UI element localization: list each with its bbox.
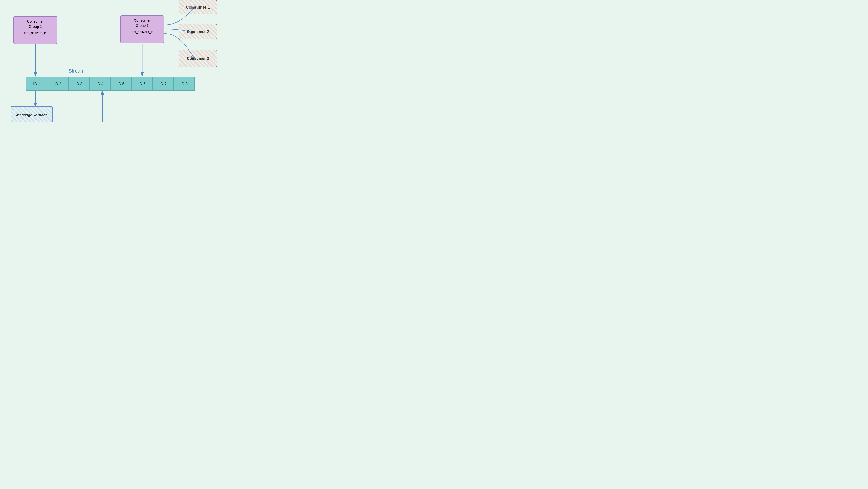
stream-cell-id1: ID 1 <box>26 77 47 90</box>
stream-cell-id7: ID 7 <box>153 77 174 90</box>
consumer-1-label: Consumer 1 <box>186 5 210 10</box>
consumer-group-3-sub: last_deliverd_id <box>124 30 161 34</box>
stream-cell-id8: ID 8 <box>174 77 195 90</box>
consumer-3-label: Consumer 3 <box>187 56 209 61</box>
stream-cell-id2: ID 2 <box>47 77 68 90</box>
consumer-group-1-label: Consumer Group 1 <box>17 19 54 29</box>
stream-row: ID 1 ID 2 ID 3 ID 4 ID 5 ID 6 ID 7 ID 8 <box>26 77 195 91</box>
consumer-3-box: Consumer 3 <box>179 50 217 67</box>
consumer-2-box: Consumer 2 <box>179 24 217 39</box>
consumer-2-label: Consumer 2 <box>187 29 209 34</box>
message-content-label: MessageContent <box>16 113 47 117</box>
consumer-1-box: Consumer 1 <box>179 0 217 15</box>
stream-cell-id4: ID 4 <box>89 77 111 90</box>
stream-cell-id5: ID 5 <box>111 77 131 90</box>
stream-cell-id3: ID 3 <box>68 77 89 90</box>
stream-cell-id6: ID 6 <box>131 77 153 90</box>
consumer-group-1-box: Consumer Group 1 last_deliverd_id <box>13 16 57 44</box>
consumer-group-3-label: Consumer Group 3 <box>124 18 161 28</box>
consumer-group-1-sub: last_deliverd_id <box>17 31 54 35</box>
consumer-group-3-box: Consumer Group 3 last_deliverd_id <box>120 15 164 43</box>
stream-label: Stream <box>68 68 85 74</box>
message-content-box: MessageContent <box>10 106 53 122</box>
